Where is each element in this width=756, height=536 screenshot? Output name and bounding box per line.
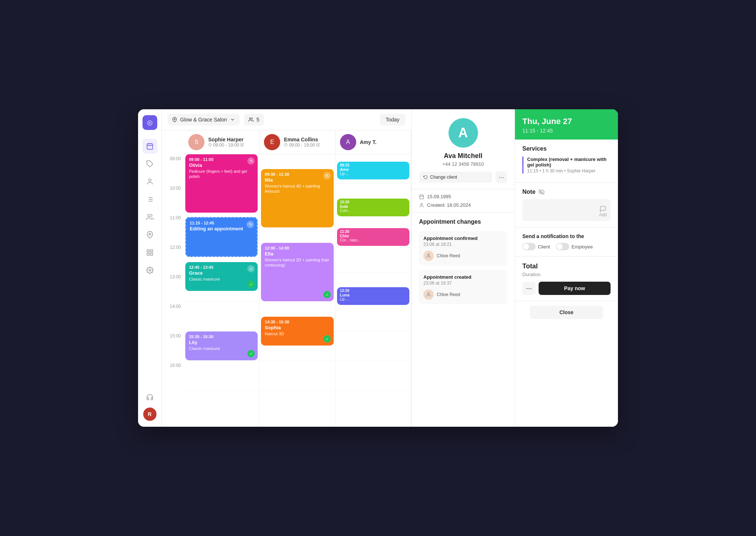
time-12: 12:00 <box>162 244 184 274</box>
change-username-0: Chloe Reed <box>437 253 460 258</box>
staff-counter[interactable]: 5 <box>244 114 264 126</box>
staff-name-2: Amy T. <box>360 139 377 145</box>
time-13: 13:00 <box>162 274 184 303</box>
svg-rect-23 <box>420 195 424 199</box>
svg-rect-16 <box>147 253 149 255</box>
service-item-0: Complex (removal + manicure with gel pol… <box>522 157 611 173</box>
client-name: Ava Mitchell <box>444 152 482 160</box>
notification-section: Send a notification to the Client Employ… <box>515 227 618 257</box>
services-section: Services Complex (removal + manicure wit… <box>515 140 618 183</box>
sidebar-item-calendar[interactable] <box>142 139 157 154</box>
staff-columns: S Sophie Harper 09:00 - 19:00 E <box>184 130 411 427</box>
change-date-0: 23.06 at 18:21 <box>423 242 503 247</box>
staff-hours-0: 09:00 - 19:00 <box>208 142 244 148</box>
grid-column-1: 09:30 - 11:30 Mia Women's haircut 4D + p… <box>260 154 335 427</box>
svg-point-19 <box>174 118 175 120</box>
client-more-button[interactable]: ⋯ <box>495 171 507 183</box>
svg-point-18 <box>149 269 151 271</box>
close-button[interactable]: Close <box>530 306 603 319</box>
svg-rect-15 <box>150 250 152 252</box>
time-11: 11:00 <box>162 214 184 244</box>
svg-rect-0 <box>147 144 152 149</box>
svg-point-20 <box>250 118 251 120</box>
appointment-changes: Appointment changes Appointment confirme… <box>412 213 515 315</box>
svg-point-13 <box>149 233 151 235</box>
time-14: 14:00 <box>162 303 184 333</box>
salon-selector[interactable]: Glow & Grace Salon <box>168 114 240 126</box>
appt-check-sophia: ✓ <box>323 335 331 343</box>
staff-header-1: E Emma Collins 09:00 - 19:00 <box>260 130 335 154</box>
client-panel: A Ava Mitchell +44 12 3456 78910 Change … <box>411 109 515 427</box>
client-toggle-switch[interactable] <box>522 243 536 250</box>
change-type-0: Appointment confirmed <box>423 236 503 241</box>
change-client-button[interactable]: Change client <box>419 172 492 183</box>
note-title: Note <box>522 189 611 195</box>
time-10: 10:00 <box>162 185 184 214</box>
sidebar-item-grid[interactable] <box>142 245 157 260</box>
client-actions: Change client ⋯ <box>419 171 507 183</box>
service-detail-0: 11:15 • 1 h 30 min • Sophie Harper <box>527 168 611 173</box>
appt-check-ella: ✓ <box>323 291 331 298</box>
total-more-button[interactable]: ⋯ <box>522 282 536 295</box>
appointment-luna[interactable]: 13:30 Luna Lip ... <box>337 287 409 305</box>
svg-point-12 <box>148 214 150 217</box>
staff-hours-1: 09:00 - 19:00 <box>284 142 320 148</box>
appointment-sophia[interactable]: 14:30 - 15:30 Sophia Haircut 3D ✓ <box>261 317 333 346</box>
notif-toggles: Client Employee <box>522 243 611 250</box>
staff-avatar-1: E <box>264 134 280 150</box>
staff-avatar-0: S <box>188 134 205 150</box>
employee-toggle[interactable]: Employee <box>556 243 593 250</box>
staff-name-0: Sophie Harper <box>208 137 244 142</box>
grid-column-2: 09:15 Ame Lip ... 10:30 Isab Com... 11:3… <box>336 154 411 427</box>
employee-toggle-switch[interactable] <box>556 243 569 250</box>
main-area: Glow & Grace Salon 5 Today 09:00 10:00 1… <box>162 109 411 427</box>
change-user-0: Chloe Reed <box>423 251 503 261</box>
appointment-time: 11:15 - 12:45 <box>522 128 611 134</box>
appointment-ame[interactable]: 09:15 Ame Lip ... <box>337 162 409 179</box>
client-toggle[interactable]: Client <box>522 243 550 250</box>
appointment-mia[interactable]: 09:30 - 11:30 Mia Women's haircut 4D + p… <box>261 169 333 227</box>
total-duration: Duration <box>522 272 611 277</box>
sidebar-item-tags[interactable] <box>142 157 157 171</box>
svg-rect-14 <box>147 250 149 252</box>
appointment-grace[interactable]: 12:45 - 13:45 Grace Classic manicure ⊙ ✓ <box>185 262 258 291</box>
sidebar-item-location[interactable] <box>142 227 157 242</box>
sidebar-item-headset[interactable] <box>142 390 157 405</box>
change-username-1: Chloe Reed <box>437 292 460 297</box>
appointment-chlo[interactable]: 11:30 Chlo Cor... nasc... <box>337 228 409 246</box>
appointment-olivia[interactable]: 09:00 - 11:00 Olivia Pedicure (fingers +… <box>185 154 258 213</box>
time-16: 16:00 <box>162 362 184 392</box>
user-avatar[interactable]: R <box>143 408 157 421</box>
appointment-editing[interactable]: 11:15 - 12:45 Editing an appointment ✎ <box>185 217 258 257</box>
client-avatar: A <box>449 118 478 148</box>
appointment-lily[interactable]: 15:30 - 16:30 Lily Classic manicure ✓ <box>185 331 258 360</box>
client-phone: +44 12 3456 78910 <box>442 161 484 167</box>
grid-column-0: 09:00 - 11:00 Olivia Pedicure (fingers +… <box>184 154 260 427</box>
note-add-button[interactable]: Add <box>599 206 607 217</box>
appointment-isab[interactable]: 10:30 Isab Com... <box>337 199 409 216</box>
client-header: A Ava Mitchell +44 12 3456 78910 Change … <box>412 109 515 189</box>
staff-headers: S Sophie Harper 09:00 - 19:00 E <box>184 130 411 154</box>
time-15: 15:00 <box>162 333 184 362</box>
logo[interactable]: ◎ <box>142 115 157 130</box>
pay-now-button[interactable]: Pay now <box>539 282 611 295</box>
services-title: Services <box>522 145 611 152</box>
salon-name: Glow & Grace Salon <box>180 117 227 123</box>
sidebar-item-team[interactable] <box>142 210 157 224</box>
grid-body: 09:00 - 11:00 Olivia Pedicure (fingers +… <box>184 154 411 427</box>
today-button[interactable]: Today <box>380 114 405 126</box>
change-item-1: Appointment created 23.06 at 16:37 Chloe… <box>419 270 507 304</box>
sidebar: ◎ R <box>138 109 162 427</box>
appt-icon-mia: ✎ <box>323 172 331 179</box>
sidebar-item-settings[interactable] <box>142 263 157 278</box>
toolbar: Glow & Grace Salon 5 Today <box>162 109 411 130</box>
total-section: Total Duration ⋯ Pay now <box>515 257 618 301</box>
svg-point-5 <box>148 179 151 182</box>
sidebar-item-list[interactable] <box>142 192 157 207</box>
notif-title: Send a notification to the <box>522 233 611 239</box>
appointment-ella[interactable]: 12:00 - 14:00 Ella Women's haircut 2D + … <box>261 243 333 301</box>
note-area[interactable]: Add <box>522 199 611 221</box>
total-title: Total <box>522 262 611 270</box>
client-dob: 15.09.1995 <box>419 194 507 199</box>
sidebar-item-contacts[interactable] <box>142 174 157 189</box>
